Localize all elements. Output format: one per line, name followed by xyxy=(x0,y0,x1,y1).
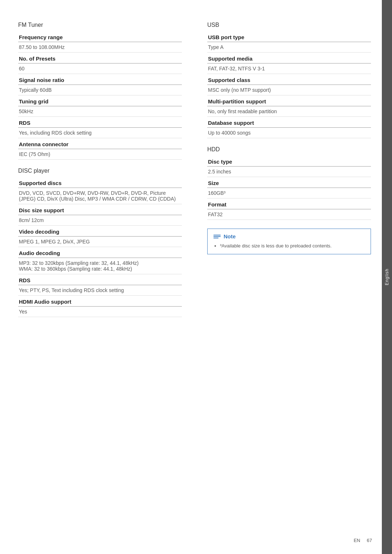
spec-label: Signal noise ratio xyxy=(18,74,182,85)
spec-value: FAT, FAT-32, NTFS V 3-1 xyxy=(207,63,371,74)
spec-value: FAT32 xyxy=(207,209,371,220)
spec-label: HDMI Audio support xyxy=(18,296,182,307)
table-row: Format xyxy=(207,198,371,209)
note-box: Note ³Available disc size is less due to… xyxy=(207,229,371,254)
table-row: MPEG 1, MPEG 2, DivX, JPEG xyxy=(18,237,182,247)
spec-value: MP3: 32 to 320kbps (Sampling rate: 32, 4… xyxy=(18,258,182,274)
disc-player-table: Supported discsDVD, VCD, SVCD, DVD+RW, D… xyxy=(18,177,182,317)
left-column: FM Tuner Frequency range87.50 to 108.00M… xyxy=(18,15,189,539)
spec-value: 50kHz xyxy=(18,106,182,117)
table-row: IEC (75 Ohm) xyxy=(18,149,182,160)
table-row: Up to 40000 songs xyxy=(207,128,371,138)
disc-player-section: DISC player Supported discsDVD, VCD, SVC… xyxy=(18,168,182,317)
table-row: RDS xyxy=(18,117,182,128)
table-row: 50kHz xyxy=(18,106,182,117)
spec-value: Type A xyxy=(207,42,371,53)
spec-value: 160GB³ xyxy=(207,188,371,198)
spec-label: Size xyxy=(207,177,371,188)
table-row: Audio decoding xyxy=(18,247,182,258)
table-row: Supported class xyxy=(207,74,371,85)
table-row: 2.5 inches xyxy=(207,167,371,177)
spec-value: No, only first readable partition xyxy=(207,106,371,117)
table-row: Size xyxy=(207,177,371,188)
disc-player-title: DISC player xyxy=(18,168,182,174)
hdd-title: HDD xyxy=(207,146,371,153)
footer-lang: EN xyxy=(354,538,360,543)
table-row: Frequency range xyxy=(18,31,182,42)
table-row: Tuning grid xyxy=(18,95,182,106)
table-row: MSC only (no MTP support) xyxy=(207,85,371,95)
table-row: RDS xyxy=(18,274,182,285)
table-row: No, only first readable partition xyxy=(207,106,371,117)
spec-label: RDS xyxy=(18,274,182,285)
table-row: Disc type xyxy=(207,156,371,167)
table-row: Supported discs xyxy=(18,177,182,188)
spec-value: MSC only (no MTP support) xyxy=(207,85,371,95)
table-row: No. of Presets xyxy=(18,53,182,63)
spec-label: Disc type xyxy=(207,156,371,167)
spec-label: USB port type xyxy=(207,31,371,42)
fm-tuner-title: FM Tuner xyxy=(18,22,182,28)
table-row: Type A xyxy=(207,42,371,53)
table-row: Yes; PTY, PS, Text including RDS clock s… xyxy=(18,285,182,296)
table-row: 160GB³ xyxy=(207,188,371,198)
table-row: Supported media xyxy=(207,53,371,63)
note-icon xyxy=(213,235,221,238)
table-row: Typically 60dB xyxy=(18,85,182,95)
spec-value: 2.5 inches xyxy=(207,167,371,177)
table-row: 60 xyxy=(18,63,182,74)
table-row: Database support xyxy=(207,117,371,128)
footer: EN 67 xyxy=(354,538,372,543)
spec-value: Yes, including RDS clock setting xyxy=(18,128,182,138)
spec-value: MPEG 1, MPEG 2, DivX, JPEG xyxy=(18,237,182,247)
language-tab: English xyxy=(382,0,392,554)
spec-value: Yes xyxy=(18,307,182,317)
spec-label: Format xyxy=(207,198,371,209)
spec-value: 60 xyxy=(18,63,182,74)
spec-value: Typically 60dB xyxy=(18,85,182,95)
spec-label: Multi-partition support xyxy=(207,95,371,106)
table-row: Yes, including RDS clock setting xyxy=(18,128,182,138)
table-row: Yes xyxy=(18,307,182,317)
language-label: English xyxy=(384,268,389,285)
spec-label: Database support xyxy=(207,117,371,128)
table-row: MP3: 32 to 320kbps (Sampling rate: 32, 4… xyxy=(18,258,182,274)
spec-value: 87.50 to 108.00MHz xyxy=(18,42,182,53)
usb-table: USB port typeType ASupported mediaFAT, F… xyxy=(207,31,371,138)
spec-label: No. of Presets xyxy=(18,53,182,63)
spec-value: 8cm/ 12cm xyxy=(18,215,182,226)
usb-title: USB xyxy=(207,22,371,28)
spec-label: RDS xyxy=(18,117,182,128)
spec-label: Tuning grid xyxy=(18,95,182,106)
spec-label: Supported discs xyxy=(18,177,182,188)
hdd-section: HDD Disc type2.5 inchesSize160GB³FormatF… xyxy=(207,146,371,220)
note-header: Note xyxy=(213,233,365,239)
note-item: ³Available disc size is less due to prel… xyxy=(220,242,365,250)
spec-value: Yes; PTY, PS, Text including RDS clock s… xyxy=(18,285,182,296)
table-row: Antenna connector xyxy=(18,138,182,149)
spec-label: Video decoding xyxy=(18,226,182,237)
table-row: 87.50 to 108.00MHz xyxy=(18,42,182,53)
spec-label: Audio decoding xyxy=(18,247,182,258)
usb-section: USB USB port typeType ASupported mediaFA… xyxy=(207,22,371,138)
fm-tuner-table: Frequency range87.50 to 108.00MHzNo. of … xyxy=(18,31,182,160)
table-row: Video decoding xyxy=(18,226,182,237)
spec-value: IEC (75 Ohm) xyxy=(18,149,182,160)
right-column: USB USB port typeType ASupported mediaFA… xyxy=(204,15,371,539)
table-row: Signal noise ratio xyxy=(18,74,182,85)
note-list: ³Available disc size is less due to prel… xyxy=(213,242,365,250)
spec-label: Supported class xyxy=(207,74,371,85)
spec-label: Supported media xyxy=(207,53,371,63)
table-row: Multi-partition support xyxy=(207,95,371,106)
spec-label: Disc size support xyxy=(18,204,182,215)
spec-value: DVD, VCD, SVCD, DVD+RW, DVD-RW, DVD+R, D… xyxy=(18,188,182,204)
note-label: Note xyxy=(224,233,236,239)
table-row: 8cm/ 12cm xyxy=(18,215,182,226)
hdd-table: Disc type2.5 inchesSize160GB³FormatFAT32 xyxy=(207,156,371,220)
table-row: Disc size support xyxy=(18,204,182,215)
spec-label: Frequency range xyxy=(18,31,182,42)
fm-tuner-section: FM Tuner Frequency range87.50 to 108.00M… xyxy=(18,22,182,160)
footer-page: 67 xyxy=(367,538,372,543)
table-row: DVD, VCD, SVCD, DVD+RW, DVD-RW, DVD+R, D… xyxy=(18,188,182,204)
table-row: FAT32 xyxy=(207,209,371,220)
